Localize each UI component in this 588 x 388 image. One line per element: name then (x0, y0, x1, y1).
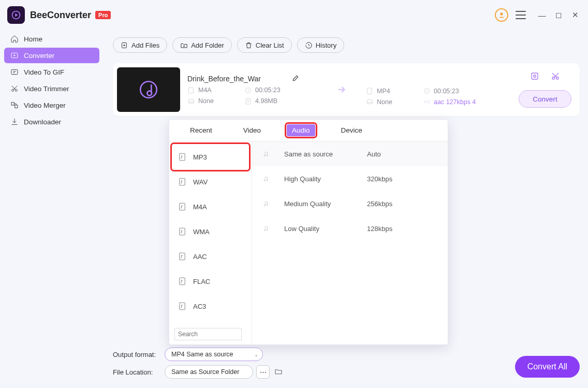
svg-point-34 (267, 180, 268, 181)
tab-audio[interactable]: Audio (287, 124, 315, 136)
svg-rect-5 (11, 69, 18, 74)
arrow-icon (319, 84, 366, 95)
pro-badge: Pro (95, 11, 111, 19)
cut-icon[interactable] (551, 71, 560, 83)
format-label: WAV (193, 178, 208, 186)
sidebar-item-label: Video Merger (24, 102, 66, 109)
popup-tabs: Recent Video Audio Device (169, 120, 448, 141)
quality-rate: 320kbps (367, 175, 392, 183)
sidebar-item-label: Video Trimmer (24, 85, 69, 93)
file-location-field[interactable]: Same as Source Folder (165, 365, 253, 379)
card-actions: Convert (519, 71, 571, 108)
src-duration: 00:05:23 (255, 87, 281, 94)
sidebar-item-label: Video To GIF (24, 68, 64, 76)
quality-same-as-source[interactable]: Same as sourceAuto (252, 141, 448, 166)
src-format: M4A (198, 87, 212, 94)
app-logo (7, 6, 25, 24)
thumbnail (117, 67, 180, 112)
svg-rect-9 (15, 105, 18, 108)
svg-point-37 (264, 229, 265, 231)
svg-rect-19 (368, 100, 373, 104)
svg-rect-27 (180, 228, 185, 235)
sidebar: Home Converter Video To GIF Video Trimme… (0, 30, 104, 132)
format-flac[interactable]: FLAC (172, 269, 248, 294)
open-folder-icon[interactable] (274, 367, 283, 377)
format-list[interactable]: MP3 WAV M4A WMA AAC FLAC AC3 (169, 141, 252, 344)
button-label: Clear List (256, 41, 284, 49)
src-subtitle: None (198, 97, 214, 105)
quality-high[interactable]: High Quality320kbps (252, 166, 448, 191)
close-button[interactable]: ✕ (569, 10, 581, 20)
quality-label: Medium Quality (284, 200, 367, 208)
out-audio[interactable]: aac 127kbps 4 (434, 98, 476, 106)
clear-list-button[interactable]: Clear List (237, 37, 292, 53)
svg-point-31 (264, 155, 265, 156)
svg-rect-15 (189, 99, 194, 103)
sidebar-item-video-merger[interactable]: Video Merger (4, 97, 99, 113)
output-format-dropdown[interactable]: MP4 Same as source⌄ (165, 348, 263, 361)
sidebar-item-downloader[interactable]: Downloader (4, 114, 99, 130)
toolbar: Add Files Add Folder Clear List History (113, 37, 580, 53)
quality-medium[interactable]: Medium Quality256kbps (252, 191, 448, 216)
sidebar-item-video-trimmer[interactable]: Video Trimmer (4, 81, 99, 96)
settings-icon[interactable] (530, 71, 539, 83)
maximize-button[interactable]: ◻ (553, 10, 564, 20)
out-subtitle: None (377, 98, 392, 106)
dropdown-value: MP4 Same as source (171, 351, 233, 358)
sidebar-item-video-to-gif[interactable]: Video To GIF (4, 64, 99, 80)
svg-point-35 (264, 205, 265, 206)
format-mp3[interactable]: MP3 (172, 145, 248, 169)
browse-button[interactable]: ⋯ (256, 365, 270, 379)
output-info: MP4 00:05:23 None aac 127kbps 4 (366, 74, 490, 106)
tab-recent[interactable]: Recent (185, 124, 217, 136)
file-location-label: File Location: (113, 368, 165, 376)
format-label: AC3 (193, 303, 206, 310)
convert-all-button[interactable]: Convert All (515, 356, 580, 378)
account-button[interactable] (495, 8, 508, 22)
svg-point-38 (267, 229, 268, 231)
svg-point-33 (264, 180, 265, 181)
svg-marker-4 (14, 54, 16, 56)
format-ac3[interactable]: AC3 (172, 294, 248, 319)
button-label: Add Folder (191, 41, 224, 49)
add-files-button[interactable]: Add Files (113, 37, 167, 53)
sidebar-item-home[interactable]: Home (4, 31, 99, 47)
quality-low[interactable]: Low Quality128kbps (252, 216, 448, 241)
quality-label: Same as source (284, 150, 367, 158)
format-wav[interactable]: WAV (172, 169, 248, 194)
file-title: Drink_Before_the_War (187, 75, 261, 83)
source-info: Drink_Before_the_War M4A 00:05:23 None 4… (187, 75, 319, 105)
format-aac[interactable]: AAC (172, 244, 248, 269)
out-format: MP4 (377, 88, 390, 95)
menu-button[interactable] (516, 11, 526, 19)
src-size: 4.98MB (255, 97, 277, 105)
add-folder-button[interactable]: Add Folder (172, 37, 232, 53)
format-popup: Recent Video Audio Device MP3 WAV M4A WM… (169, 119, 448, 345)
svg-rect-13 (189, 87, 194, 93)
format-wma[interactable]: WMA (172, 219, 248, 244)
sidebar-item-label: Home (24, 35, 42, 43)
svg-rect-30 (180, 303, 185, 310)
minimize-button[interactable]: — (536, 11, 548, 20)
button-label: History (316, 41, 336, 49)
format-label: MP3 (193, 153, 207, 161)
quality-rate: 256kbps (367, 200, 392, 208)
footer: Output format: MP4 Same as source⌄ File … (113, 347, 580, 382)
svg-point-32 (267, 155, 268, 156)
sidebar-item-converter[interactable]: Converter (4, 48, 99, 63)
tab-device[interactable]: Device (336, 124, 368, 136)
svg-point-2 (500, 12, 503, 15)
format-search-input[interactable] (174, 328, 242, 340)
format-m4a[interactable]: M4A (172, 194, 248, 219)
tab-video[interactable]: Video (238, 124, 266, 136)
convert-button[interactable]: Convert (519, 90, 571, 108)
edit-title-icon[interactable] (292, 75, 299, 83)
svg-rect-26 (180, 203, 185, 210)
file-card: Drink_Before_the_War M4A 00:05:23 None 4… (113, 63, 580, 116)
history-button[interactable]: History (297, 37, 344, 53)
svg-rect-24 (180, 153, 185, 161)
format-label: AAC (193, 253, 207, 261)
svg-point-21 (534, 75, 536, 78)
format-label: M4A (193, 203, 207, 211)
svg-rect-17 (368, 88, 372, 94)
